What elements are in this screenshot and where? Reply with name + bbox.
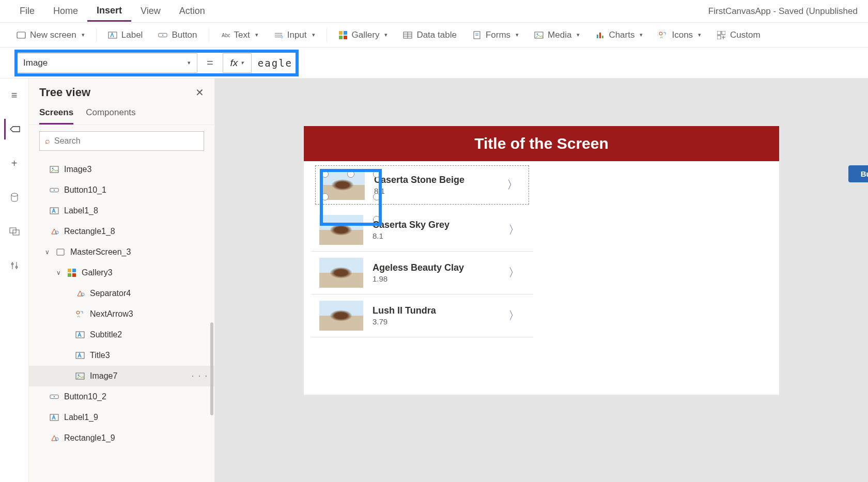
gallery-row[interactable]: Caserta Stone Beige8.1〉 [315, 165, 529, 205]
svg-rect-48 [68, 273, 71, 277]
hamburger-icon[interactable]: ≡ [4, 85, 25, 105]
fx-button[interactable]: fx ▾ [223, 53, 252, 73]
tree-item-rectangle1_8[interactable]: Rectangle1_8 [29, 221, 214, 242]
tree-item-label: Subtitle2 [90, 330, 122, 339]
button-button[interactable]: Button [152, 27, 203, 43]
rect-icon [50, 433, 59, 443]
formula-input[interactable] [252, 53, 389, 73]
image-icon [50, 165, 59, 174]
gallery-row[interactable]: Lush II Tundra3.79〉 [311, 294, 533, 337]
panel-title: Tree view [39, 86, 90, 99]
tree-item-label1_8[interactable]: Label1_8 [29, 200, 214, 221]
menu-insert[interactable]: Insert [87, 1, 131, 22]
text-icon: Abc [221, 30, 230, 40]
chevron-down-icon: ▾ [188, 59, 191, 66]
menu-view[interactable]: View [131, 2, 170, 21]
property-dropdown[interactable]: Image ▾ [17, 53, 197, 73]
tree-item-nextarrow3[interactable]: NextArrow3 [29, 304, 214, 324]
tree-item-label: Button10_1 [64, 185, 106, 195]
chevron-right-icon[interactable]: 〉 [508, 265, 525, 281]
equals-sign: = [197, 56, 223, 70]
svg-rect-22 [597, 35, 598, 38]
left-rail: ≡ + [0, 79, 29, 482]
menu-file[interactable]: File [10, 2, 44, 21]
separator [209, 28, 209, 42]
menubar: File Home Insert View Action FirstCanvas… [0, 0, 868, 23]
formula-bar: Image ▾ = fx ▾ [0, 48, 868, 79]
tree-item-label1_9[interactable]: Label1_9 [29, 407, 214, 428]
svg-point-3 [162, 34, 164, 36]
chevron-right-icon[interactable]: 〉 [508, 308, 525, 323]
tree-item-gallery3[interactable]: ∨Gallery3 [29, 262, 214, 283]
tree-view-icon[interactable] [4, 119, 25, 139]
chevron-down-icon: ▾ [312, 32, 315, 38]
label-icon [108, 30, 117, 40]
gallery[interactable]: Caserta Stone Beige8.1〉Caserta Sky Grey8… [311, 165, 533, 337]
gallery-item-subtitle: 1.98 [373, 274, 508, 283]
tree-item-image7[interactable]: Image7· · · [29, 366, 214, 386]
close-icon[interactable]: ✕ [195, 86, 204, 99]
text-dropdown[interactable]: Abc Text ▾ [214, 27, 265, 43]
more-icon[interactable]: · · · [192, 371, 208, 381]
forms-dropdown[interactable]: Forms ▾ [466, 27, 525, 43]
scrollbar-thumb[interactable] [210, 322, 213, 415]
media-dropdown[interactable]: Media ▾ [528, 27, 586, 43]
new-screen-label: New screen [30, 30, 76, 40]
svg-rect-28 [717, 36, 721, 39]
tree-item-label: Separator4 [90, 289, 131, 298]
svg-rect-12 [344, 36, 347, 39]
svg-point-52 [76, 311, 80, 314]
tree-item-image3[interactable]: Image3 [29, 159, 214, 180]
button-icon [50, 392, 59, 401]
tree-item-button10_2[interactable]: Button10_2 [29, 386, 214, 407]
separator [96, 28, 97, 42]
media-label: Media [548, 30, 571, 40]
data-icon[interactable] [4, 187, 25, 208]
search-box[interactable]: ⌕ [39, 131, 204, 151]
expander-icon[interactable]: ∨ [55, 269, 62, 276]
chevron-down-icon: ▾ [241, 59, 244, 66]
canvas-button[interactable]: Button [848, 165, 868, 182]
chevron-right-icon[interactable]: 〉 [507, 177, 523, 193]
menu-action[interactable]: Action [170, 2, 214, 21]
tree-item-separator4[interactable]: Separator4 [29, 283, 214, 304]
tools-icon[interactable] [4, 255, 25, 276]
icons-dropdown[interactable]: Icons ▾ [652, 27, 707, 43]
tree-item-button10_1[interactable]: Button10_1 [29, 180, 214, 200]
tab-components[interactable]: Components [86, 102, 135, 125]
tree-item-title3[interactable]: Title3 [29, 345, 214, 366]
gallery-item-title: Caserta Sky Grey [373, 220, 508, 230]
gallery-item-title: Ageless Beauty Clay [373, 262, 508, 273]
charts-dropdown[interactable]: Charts ▾ [589, 27, 649, 43]
media-rail-icon[interactable] [4, 221, 25, 242]
icons-icon [658, 30, 668, 40]
gallery-dropdown[interactable]: Gallery ▾ [332, 27, 394, 43]
input-dropdown[interactable]: Input ▾ [268, 27, 321, 43]
label-button[interactable]: Label [102, 27, 149, 43]
media-icon [534, 30, 544, 40]
data-table-button[interactable]: Data table [397, 27, 463, 43]
tree-item-label: Rectangle1_9 [64, 433, 115, 443]
fx-label: fx [230, 57, 238, 69]
tree-item-masterscreen_3[interactable]: ∨MasterScreen_3 [29, 242, 214, 262]
tree-item-rectangle1_9[interactable]: Rectangle1_9 [29, 428, 214, 448]
insert-icon[interactable]: + [4, 153, 25, 174]
tab-screens[interactable]: Screens [39, 102, 73, 125]
image-icon [75, 371, 85, 381]
svg-rect-11 [339, 36, 343, 39]
svg-text:Abc: Abc [222, 33, 230, 38]
forms-icon [472, 30, 482, 40]
custom-button[interactable]: Custom [710, 27, 767, 43]
gallery-row[interactable]: Ageless Beauty Clay1.98〉 [311, 252, 533, 294]
svg-rect-49 [72, 273, 76, 277]
canvas-area[interactable]: Title of the Screen Caserta Stone Beige8… [215, 79, 868, 482]
chevron-right-icon[interactable]: 〉 [508, 222, 525, 238]
button-icon [50, 185, 59, 195]
expander-icon[interactable]: ∨ [43, 248, 51, 256]
tree-item-subtitle2[interactable]: Subtitle2 [29, 324, 214, 345]
new-screen-button[interactable]: New screen ▾ [10, 27, 91, 43]
menu-home[interactable]: Home [44, 2, 87, 21]
input-icon [274, 30, 283, 40]
selection-highlight [320, 169, 382, 226]
search-input[interactable] [54, 136, 198, 146]
